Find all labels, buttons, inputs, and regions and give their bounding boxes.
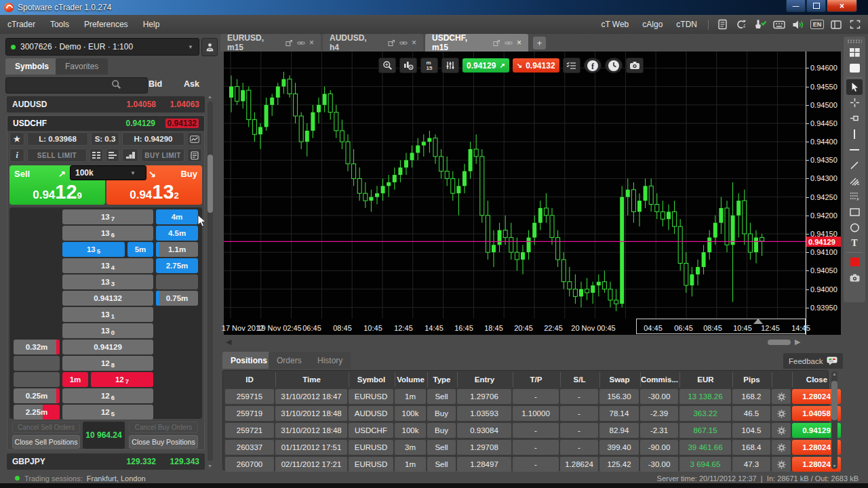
column-header[interactable]	[772, 372, 791, 387]
popout-icon[interactable]	[285, 39, 293, 47]
dom-buy-volume[interactable]: 0.75m	[156, 291, 198, 306]
dom-price[interactable]: 0.94132	[62, 291, 153, 306]
favorite-star-button[interactable]: ★	[9, 132, 24, 146]
column-header[interactable]: Time	[275, 372, 347, 387]
table-scroll-up-icon[interactable]: ▲	[832, 371, 837, 376]
column-header[interactable]: Entry	[457, 372, 511, 387]
position-settings-button[interactable]	[772, 457, 791, 472]
column-header[interactable]: Commis...	[640, 372, 678, 387]
dom-price[interactable]: 134	[62, 258, 153, 273]
open-chart-button[interactable]	[187, 132, 202, 146]
dom-sell-volume[interactable]: 2.25m	[14, 405, 60, 420]
position-settings-button[interactable]	[772, 423, 791, 438]
buy-limit-button[interactable]: BUY LIMIT	[141, 148, 184, 162]
menu-ctrader[interactable]: cTrader	[0, 20, 43, 29]
chart-tab-usdchf[interactable]: USDCHF, m15×	[425, 34, 528, 52]
dom-buy-volume[interactable]: 2.75m	[156, 258, 198, 273]
dom-volume-badge[interactable]: 5m	[127, 242, 153, 257]
horizontal-line-tool[interactable]	[846, 142, 863, 157]
screenshot-camera-icon[interactable]	[626, 58, 644, 73]
chart-scroll-left-icon[interactable]: ◀	[226, 338, 231, 346]
new-chart-tab-button[interactable]: +	[533, 37, 546, 49]
anchor-tool[interactable]	[846, 110, 863, 126]
objects-list-icon[interactable]	[563, 58, 580, 73]
zoom-icon[interactable]	[378, 58, 396, 73]
visible-range-box[interactable]	[636, 319, 806, 334]
chart-tab-audusd[interactable]: AUDUSD, h4×	[323, 34, 423, 52]
dom-buy-volume[interactable]	[156, 274, 198, 289]
dom-sell-volume[interactable]: 0.25m	[14, 388, 60, 403]
position-settings-button[interactable]	[772, 406, 791, 421]
tab-orders[interactable]: Orders	[269, 352, 310, 369]
dom-price[interactable]: 136	[62, 226, 153, 241]
dom-view-price-icon[interactable]	[106, 148, 119, 162]
facebook-share-icon[interactable]: f	[584, 58, 601, 73]
single-chart-icon[interactable]	[846, 60, 863, 76]
dom-view-vwap-icon[interactable]	[122, 148, 138, 162]
dom-price[interactable]: 130	[62, 323, 153, 338]
dom-sell-volume[interactable]	[14, 356, 60, 371]
menu-preferences[interactable]: Preferences	[77, 20, 136, 29]
feedback-tab[interactable]: Feedback	[783, 353, 843, 369]
rectangle-tool[interactable]	[846, 204, 863, 220]
candlestick-chart[interactable]	[224, 52, 806, 319]
link-icon[interactable]	[297, 40, 305, 46]
symbol-row-gbpjpy[interactable]: GBPJPY 129.332 129.343	[7, 453, 205, 470]
camera-tool-icon[interactable]	[846, 270, 863, 285]
timeframe-button[interactable]: m15	[420, 58, 438, 73]
link-icon[interactable]	[399, 40, 408, 46]
table-scrollbar-thumb[interactable]	[831, 381, 837, 420]
column-header[interactable]: Pips	[732, 372, 770, 387]
chart-buy-button[interactable]: ↘0.94132	[513, 58, 559, 73]
dom-view-standard-icon[interactable]	[90, 148, 103, 162]
fullscreen-icon[interactable]	[846, 17, 864, 32]
tab-positions[interactable]: Positions	[222, 352, 275, 369]
table-scroll-down-icon[interactable]: ▼	[832, 464, 837, 468]
dom-buy-volume[interactable]: 4.5m	[156, 226, 198, 241]
column-header[interactable]: Volume	[395, 372, 426, 387]
link-calgo[interactable]: cAlgo	[636, 20, 669, 29]
link-ct-web[interactable]: cT Web	[595, 20, 635, 29]
dom-price[interactable]: 131	[62, 307, 153, 322]
close-icon[interactable]: ×	[517, 38, 521, 47]
popout-icon[interactable]	[388, 39, 395, 47]
chart-tab-eurusd[interactable]: EURUSD, m15×	[220, 34, 321, 52]
dom-buy-volume[interactable]: 1.1m	[156, 242, 198, 257]
tab-history[interactable]: History	[309, 352, 351, 369]
color-swatch[interactable]	[846, 254, 863, 270]
ellipse-tool[interactable]	[846, 220, 863, 235]
column-header[interactable]: EUR	[679, 372, 731, 387]
column-header[interactable]: Symbol	[349, 372, 393, 387]
link-ctdn[interactable]: cTDN	[670, 20, 703, 29]
chart-scrollbar-thumb[interactable]	[768, 340, 791, 345]
dom-price[interactable]: 0.94129	[62, 340, 153, 354]
trend-line-tool[interactable]	[846, 157, 863, 173]
sound-icon[interactable]	[789, 17, 807, 32]
pointer-tool[interactable]	[846, 79, 863, 95]
toolbar-drag-handle[interactable]	[847, 39, 862, 43]
minimize-button[interactable]: —	[786, 0, 806, 12]
clock-icon[interactable]	[605, 58, 623, 73]
link-icon[interactable]	[505, 40, 513, 46]
dom-price[interactable]: 125	[62, 405, 153, 420]
dom-price[interactable]: 135	[62, 242, 125, 257]
layout-panels-icon[interactable]	[827, 17, 845, 32]
column-header[interactable]: ID	[225, 372, 274, 387]
text-tool[interactable]: T	[846, 235, 863, 251]
close-buy-positions-button[interactable]: Close Buy Positions	[129, 435, 198, 449]
cancel-buy-orders-button[interactable]: Cancel Buy Orders	[129, 422, 198, 433]
quicktrade-hand-icon[interactable]	[751, 17, 769, 32]
multi-chart-grid-icon[interactable]	[846, 45, 863, 60]
dom-buy-volume[interactable]: 4m	[156, 209, 198, 224]
chart-sell-button[interactable]: 0.94129↗	[462, 58, 509, 73]
order-ticket-icon[interactable]	[187, 148, 202, 162]
cancel-sell-orders-button[interactable]: Cancel Sell Orders	[12, 422, 80, 433]
sell-limit-button[interactable]: SELL LIMIT	[27, 148, 87, 162]
vertical-line-tool[interactable]	[846, 126, 863, 142]
dom-sell-volume[interactable]	[14, 372, 60, 387]
dom-price[interactable]: 127	[91, 372, 153, 387]
dom-price[interactable]: 133	[62, 274, 153, 289]
refresh-settings-icon[interactable]	[732, 17, 750, 32]
dom-price[interactable]: 126	[62, 388, 153, 403]
symbol-search-input[interactable]	[5, 77, 148, 94]
